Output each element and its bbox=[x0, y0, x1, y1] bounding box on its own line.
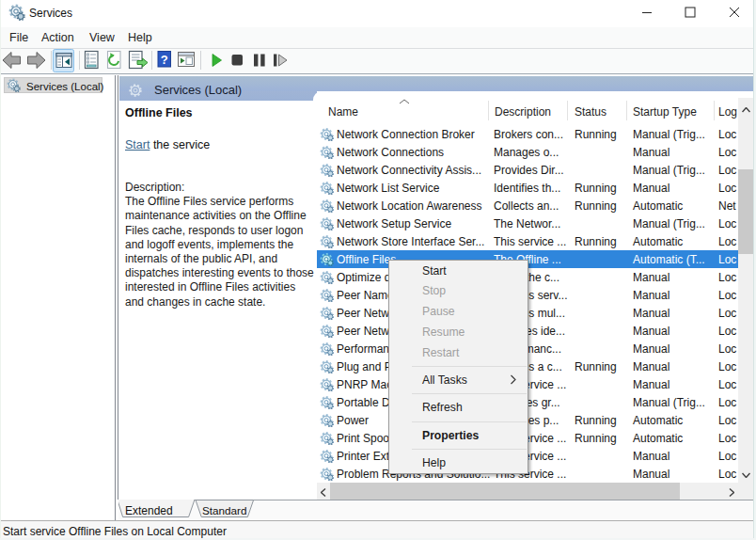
svg-text:Standard: Standard bbox=[202, 504, 246, 516]
svg-text:Extended: Extended bbox=[125, 504, 173, 517]
svg-text:?: ? bbox=[161, 52, 168, 66]
